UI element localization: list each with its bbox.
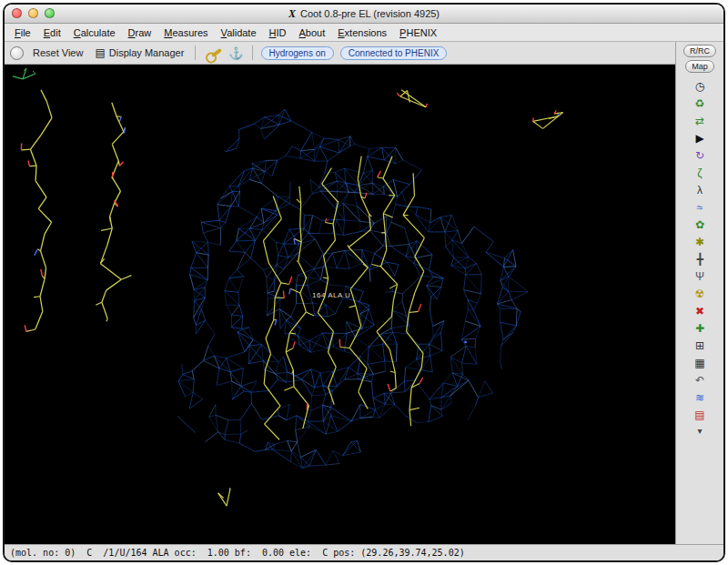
menu-about[interactable]: About — [293, 26, 332, 39]
auto-fit-rotamer-icon[interactable]: ✿ — [689, 216, 711, 233]
restraints-icon[interactable]: ⚓ — [228, 47, 243, 59]
window-title: Coot 0.8-pre EL (revision 4925) — [300, 8, 440, 19]
add-terminal-residue-icon[interactable]: ╋ — [689, 250, 711, 267]
delete-icon[interactable]: ✖ — [689, 302, 711, 319]
menu-draw[interactable]: Draw — [122, 26, 158, 39]
clock-icon[interactable]: ◷ — [689, 77, 711, 95]
titlebar: X Coot 0.8-pre EL (revision 4925) — [5, 5, 723, 24]
traffic-lights — [12, 8, 55, 18]
statusbar: (mol. no: 0) C /1/U/164 ALA occ: 1.00 bf… — [5, 544, 723, 560]
radiation-icon[interactable]: ☢ — [689, 285, 711, 302]
menu-phenix[interactable]: PHENIX — [393, 26, 443, 39]
map-button[interactable]: Map — [685, 60, 714, 73]
rigid-body-icon[interactable]: ▶ — [689, 129, 711, 146]
status-text: (mol. no: 0) C /1/U/164 ALA occ: 1.00 bf… — [10, 548, 465, 558]
go-to-atom-icon[interactable]: ⊞ — [689, 337, 711, 354]
menu-measures[interactable]: Measures — [157, 26, 214, 39]
body-row: Reset View ▤ Display Manager ⚓ Hydrogens… — [5, 42, 723, 544]
menu-file[interactable]: File — [8, 26, 37, 39]
close-button[interactable] — [12, 8, 22, 18]
side-chain-flip-icon[interactable]: λ — [689, 181, 711, 198]
mutate-icon[interactable]: ✱ — [689, 233, 711, 250]
minimize-button[interactable] — [28, 8, 38, 18]
toolbar-separator — [195, 45, 196, 60]
menu-calculate[interactable]: Calculate — [67, 26, 122, 39]
gl-canvas[interactable]: 164 ALA U — [5, 65, 675, 544]
toolbar-separator — [252, 45, 253, 60]
tool-icon-strip: ◷♻⇄▶↻ζλ≈✿✱╋Ψ☢✖✚⊞▦↶≋▤ — [689, 77, 711, 423]
menu-edit[interactable]: Edit — [37, 26, 67, 39]
hydrogens-toggle-button[interactable]: Hydrogens on — [261, 46, 334, 60]
map-contour-icon[interactable]: ≋ — [689, 388, 711, 406]
toolbar-collapse-button[interactable] — [10, 46, 24, 60]
key-icon[interactable] — [211, 48, 222, 57]
regularize-icon[interactable]: ⇄ — [689, 112, 711, 129]
menu-extensions[interactable]: Extensions — [331, 26, 393, 39]
add-alt-conf-icon[interactable]: Ψ — [689, 267, 711, 285]
zoom-button[interactable] — [45, 8, 55, 18]
panel-icon[interactable]: ▦ — [689, 354, 711, 371]
atom-label: 164 ALA U — [312, 291, 350, 299]
menu-validate[interactable]: Validate — [215, 26, 263, 39]
rrc-button[interactable]: R/RC — [683, 45, 716, 57]
display-colors-icon[interactable]: ▤ — [689, 406, 711, 423]
reset-view-label: Reset View — [33, 47, 83, 58]
menubar: FileEditCalculateDrawMeasuresValidateHID… — [5, 24, 723, 42]
add-atom-icon[interactable]: ✚ — [689, 319, 711, 337]
molecule-svg — [5, 65, 675, 544]
jiggle-fit-icon[interactable]: ≈ — [689, 198, 711, 216]
display-manager-icon: ▤ — [95, 47, 105, 58]
main-toolbar: Reset View ▤ Display Manager ⚓ Hydrogens… — [5, 42, 675, 65]
x11-icon: X — [288, 7, 296, 21]
menu-hid[interactable]: HID — [263, 26, 293, 39]
left-column: Reset View ▤ Display Manager ⚓ Hydrogens… — [5, 42, 675, 544]
scroll-down-arrow[interactable]: ▾ — [697, 426, 702, 436]
real-space-refine-icon[interactable]: ♻ — [689, 95, 711, 112]
reset-view-button[interactable]: Reset View — [30, 46, 86, 59]
phenix-connection-button[interactable]: Connected to PHENIX — [340, 46, 448, 60]
display-manager-label: Display Manager — [109, 47, 185, 58]
pepflip-icon[interactable]: ζ — [689, 164, 711, 181]
coot-window: X Coot 0.8-pre EL (revision 4925) FileEd… — [3, 3, 725, 562]
window-title-area: X Coot 0.8-pre EL (revision 4925) — [288, 7, 440, 21]
rotate-translate-icon[interactable]: ↻ — [689, 146, 711, 164]
undo-icon[interactable]: ↶ — [689, 371, 711, 388]
right-toolbar: R/RC Map ◷♻⇄▶↻ζλ≈✿✱╋Ψ☢✖✚⊞▦↶≋▤ ▾ — [675, 42, 723, 544]
display-manager-button[interactable]: ▤ Display Manager — [92, 46, 187, 59]
